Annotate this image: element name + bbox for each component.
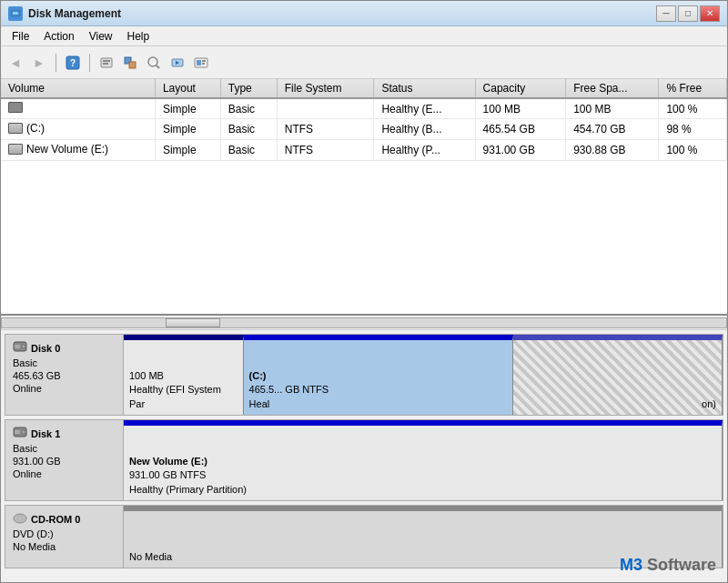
- col-volume[interactable]: Volume: [1, 79, 155, 98]
- menu-file[interactable]: File: [5, 28, 36, 45]
- h-scrollbar[interactable]: [1, 317, 727, 328]
- cell-capacity: 931.00 GB: [475, 140, 566, 161]
- hdd-icon: [13, 340, 27, 356]
- menu-bar: File Action View Help: [1, 26, 727, 46]
- col-pct[interactable]: % Free: [659, 79, 727, 98]
- disk-0-partition-2[interactable]: (C:) 465.5... GB NTFS Heal: [244, 335, 513, 415]
- cell-layout: Simple: [155, 119, 220, 140]
- svg-rect-5: [103, 60, 110, 62]
- svg-point-21: [22, 430, 25, 434]
- svg-rect-8: [129, 62, 136, 68]
- cell-pct: 98 %: [659, 119, 727, 140]
- disk-0-label: Disk 0 Basic 465.63 GB Online: [5, 335, 124, 415]
- partition-e-name: New Volume (E:): [129, 455, 716, 468]
- cell-status: Healthy (E...: [374, 98, 475, 119]
- disk-0-partitions: 100 MB Healthy (EFI System Par (C:) 465.…: [124, 335, 723, 415]
- watermark: M3 Software: [620, 556, 716, 575]
- disk-0-partition-3[interactable]: on): [513, 335, 723, 415]
- col-free[interactable]: Free Spa...: [566, 79, 659, 98]
- hdd-icon-1: [13, 426, 27, 441]
- partition-e-status: Healthy (Primary Partition): [129, 483, 716, 497]
- svg-point-18: [22, 345, 25, 348]
- disk-1-label: Disk 1 Basic 931.00 GB Online: [5, 420, 124, 500]
- toolbar-btn-3[interactable]: [143, 52, 165, 74]
- main-content: Volume Layout Type File System Status Ca…: [1, 79, 727, 582]
- title-bar-icon: [8, 6, 23, 21]
- partition-1-label: Healthy (EFI System Par: [129, 383, 238, 411]
- cell-status: Healthy (P...: [374, 140, 475, 161]
- disk-0-partition-1[interactable]: 100 MB Healthy (EFI System Par: [124, 335, 244, 415]
- window: Disk Management ─ □ ✕ File Action View H…: [0, 0, 728, 583]
- forward-button[interactable]: ►: [28, 52, 50, 74]
- cell-free: 100 MB: [566, 98, 659, 119]
- maximize-button[interactable]: □: [678, 5, 698, 22]
- disk-1-row: Disk 1 Basic 931.00 GB Online New Volume…: [5, 419, 723, 501]
- cell-layout: Simple: [155, 140, 220, 161]
- toolbar: ◄ ► ?: [1, 46, 727, 79]
- toolbar-sep-1: [56, 54, 56, 72]
- disk-0-title: Disk 0: [31, 343, 60, 354]
- h-scroll-area[interactable]: [1, 316, 727, 330]
- cdrom-0-type: DVD (D:): [13, 528, 116, 539]
- partition-3-text: on): [519, 397, 716, 411]
- minimize-button[interactable]: ─: [656, 5, 676, 22]
- volume-icon: [8, 123, 23, 134]
- toolbar-btn-4[interactable]: [167, 52, 188, 74]
- table-row[interactable]: New Volume (E:) Simple Basic NTFS Health…: [1, 140, 727, 161]
- disk-0-size: 465.63 GB: [13, 370, 116, 381]
- svg-rect-22: [15, 430, 20, 434]
- help-button[interactable]: ?: [62, 52, 84, 74]
- cell-volume: New Volume (E:): [1, 140, 155, 161]
- cdrom-0-row: CD-ROM 0 DVD (D:) No Media No Media: [5, 505, 723, 568]
- svg-rect-15: [202, 60, 206, 62]
- cell-volume: (C:): [1, 119, 155, 140]
- close-button[interactable]: ✕: [700, 5, 720, 22]
- svg-rect-19: [15, 345, 20, 348]
- toolbar-btn-1[interactable]: [96, 52, 117, 74]
- menu-action[interactable]: Action: [36, 28, 81, 45]
- disk-1-partitions: New Volume (E:) 931.00 GB NTFS Healthy (…: [124, 420, 723, 500]
- disk-0-icon: Disk 0: [13, 340, 116, 356]
- col-type[interactable]: Type: [220, 79, 277, 98]
- volume-table-container: Volume Layout Type File System Status Ca…: [1, 79, 727, 316]
- cell-layout: Simple: [155, 98, 220, 119]
- cdrom-0-icon: CD-ROM 0: [13, 511, 116, 527]
- toolbar-btn-2[interactable]: [119, 52, 141, 74]
- disk-1-partition-1[interactable]: New Volume (E:) 931.00 GB NTFS Healthy (…: [124, 420, 723, 500]
- cell-status: Healthy (B...: [374, 119, 475, 140]
- col-status[interactable]: Status: [374, 79, 475, 98]
- svg-point-9: [148, 57, 157, 66]
- cell-free: 454.70 GB: [566, 119, 659, 140]
- menu-help[interactable]: Help: [120, 28, 157, 45]
- cell-capacity: 100 MB: [475, 98, 566, 119]
- svg-rect-6: [103, 63, 108, 65]
- title-bar-title: Disk Management: [28, 7, 656, 20]
- col-layout[interactable]: Layout: [155, 79, 220, 98]
- table-row[interactable]: (C:) Simple Basic NTFS Healthy (B... 465…: [1, 119, 727, 140]
- partition-2-size: 465.5... GB NTFS: [249, 383, 507, 397]
- cell-capacity: 465.54 GB: [475, 119, 566, 140]
- svg-line-10: [157, 65, 159, 68]
- cdrom-0-label: CD-ROM 0 DVD (D:) No Media: [5, 506, 124, 568]
- disk-1-status: Online: [13, 468, 116, 479]
- col-filesystem[interactable]: File System: [277, 79, 374, 98]
- volume-icon: [8, 144, 23, 155]
- watermark-software: Software: [642, 556, 716, 574]
- back-button[interactable]: ◄: [5, 52, 26, 74]
- partition-3-label: on): [519, 397, 716, 411]
- toolbar-sep-2: [89, 54, 90, 72]
- col-capacity[interactable]: Capacity: [475, 79, 566, 98]
- menu-view[interactable]: View: [82, 28, 120, 45]
- svg-rect-1: [13, 12, 18, 15]
- svg-rect-14: [197, 60, 201, 65]
- cd-icon: [13, 511, 27, 527]
- h-scrollbar-thumb[interactable]: [166, 318, 220, 327]
- toolbar-btn-5[interactable]: [190, 52, 212, 74]
- cdrom-0-status: No Media: [13, 541, 116, 552]
- partition-2-status: Heal: [249, 397, 507, 411]
- partition-e-size: 931.00 GB NTFS: [129, 468, 716, 482]
- svg-rect-16: [202, 63, 205, 65]
- cell-volume: [1, 98, 155, 119]
- disk-1-type: Basic: [13, 443, 116, 454]
- table-row[interactable]: Simple Basic Healthy (E... 100 MB 100 MB…: [1, 98, 727, 119]
